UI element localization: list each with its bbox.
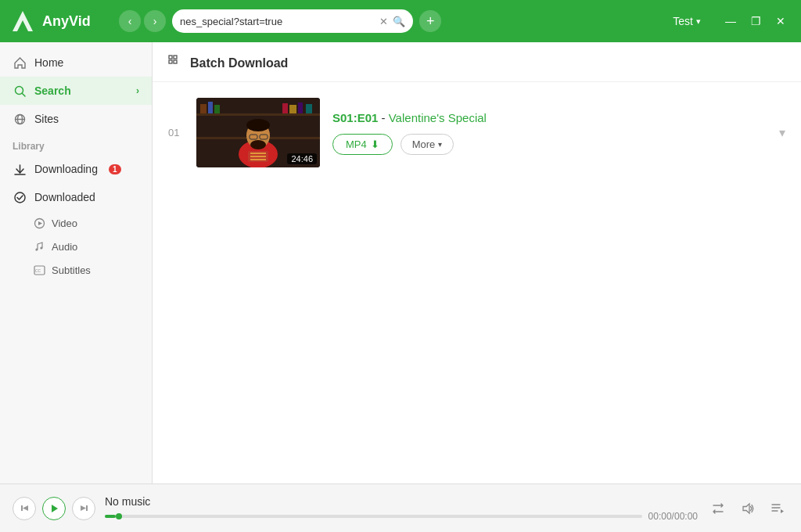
maximize-button[interactable]: ❐ [745, 10, 767, 32]
address-clear-icon[interactable]: ✕ [379, 16, 388, 27]
svg-marker-39 [23, 505, 28, 511]
svg-marker-44 [743, 504, 749, 513]
sidebar-item-video[interactable]: Video [0, 211, 152, 235]
title-separator: - [378, 111, 388, 124]
address-search-icon[interactable]: 🔍 [393, 16, 405, 27]
progress-bar[interactable] [105, 515, 642, 518]
sidebar-sites-label: Sites [34, 113, 59, 125]
player-controls [13, 497, 95, 520]
window-controls: — ❐ ✕ [720, 10, 792, 32]
app-name: AnyVid [42, 13, 91, 30]
sidebar-item-downloading[interactable]: Downloading 1 [0, 155, 152, 183]
svg-rect-24 [214, 105, 220, 113]
search-icon [13, 84, 27, 98]
more-button[interactable]: More ▾ [400, 134, 454, 155]
svg-text:CC: CC [35, 268, 41, 273]
svg-rect-37 [250, 156, 266, 157]
sidebar-home-label: Home [34, 56, 63, 69]
sidebar-item-sites[interactable]: Sites [0, 105, 152, 133]
player-bar: No music 00:00/00:00 [0, 483, 801, 532]
user-menu[interactable]: Test ▾ [666, 12, 707, 31]
content-header: Batch Download [153, 42, 801, 82]
prev-button[interactable] [13, 497, 36, 520]
svg-rect-27 [298, 102, 303, 113]
svg-rect-36 [250, 153, 266, 154]
batch-download-icon [168, 55, 182, 72]
sidebar: Home Search › Sites Library [0, 42, 153, 483]
sidebar-item-search[interactable]: Search › [0, 77, 152, 105]
svg-marker-41 [52, 505, 58, 512]
title-name: Valentine's Special [389, 111, 487, 124]
svg-rect-17 [174, 60, 177, 63]
svg-point-31 [246, 119, 270, 131]
svg-line-3 [22, 93, 25, 96]
app-logo: AnyVid [9, 8, 119, 34]
sidebar-item-subtitles[interactable]: CC Subtitles [0, 258, 152, 282]
sidebar-subtitles-label: Subtitles [52, 264, 91, 276]
progress-dot [116, 513, 122, 519]
sidebar-search-label: Search [34, 84, 71, 97]
svg-rect-38 [250, 159, 266, 160]
mp4-download-button[interactable]: MP4 ⬇ [332, 134, 393, 155]
item-actions: MP4 ⬇ More ▾ [332, 134, 767, 155]
address-bar[interactable]: nes_special?start=true ✕ 🔍 [172, 9, 413, 33]
collapse-icon[interactable]: ▾ [779, 125, 785, 140]
sidebar-item-home[interactable]: Home [0, 49, 152, 77]
next-button[interactable] [72, 497, 95, 520]
downloading-icon [13, 162, 27, 176]
item-title: S01:E01 - Valentine's Special [332, 111, 767, 124]
thumbnail: 24:46 [196, 98, 320, 167]
svg-marker-42 [81, 505, 86, 511]
svg-rect-28 [306, 104, 312, 113]
content-list: 01 [153, 82, 801, 483]
library-section-label: Library [0, 133, 152, 155]
svg-marker-48 [781, 509, 784, 513]
svg-rect-14 [169, 56, 172, 59]
svg-rect-40 [21, 505, 23, 511]
table-row: 01 [153, 90, 801, 175]
player-info: No music 00:00/00:00 [105, 495, 698, 522]
main-layout: Home Search › Sites Library [0, 42, 801, 483]
close-button[interactable]: ✕ [770, 10, 792, 32]
home-icon [13, 56, 27, 70]
downloaded-icon [13, 190, 27, 204]
logo-icon [9, 8, 36, 34]
user-label: Test [673, 15, 693, 27]
more-label: More [412, 138, 436, 150]
duration-badge: 24:46 [287, 153, 317, 164]
back-button[interactable]: ‹ [119, 10, 141, 32]
playlist-button[interactable] [767, 498, 788, 519]
more-chevron-icon: ▾ [438, 140, 442, 149]
search-arrow-icon: › [136, 85, 139, 96]
play-button[interactable] [42, 497, 66, 520]
sites-icon [13, 112, 27, 126]
volume-button[interactable] [737, 498, 759, 519]
address-text: nes_special?start=true [180, 16, 375, 27]
player-track-title: No music [105, 495, 698, 508]
svg-rect-25 [282, 103, 288, 113]
download-icon: ⬇ [371, 138, 379, 150]
subtitles-icon: CC [33, 264, 45, 276]
forward-button[interactable]: › [144, 10, 166, 32]
svg-rect-26 [289, 105, 296, 113]
svg-rect-43 [86, 505, 88, 511]
svg-rect-22 [200, 104, 207, 113]
titlebar: AnyVid ‹ › nes_special?start=true ✕ 🔍 + … [0, 0, 801, 42]
item-number: 01 [168, 127, 184, 138]
add-tab-button[interactable]: + [419, 10, 441, 32]
repeat-button[interactable] [707, 498, 729, 519]
sidebar-item-downloaded[interactable]: Downloaded [0, 183, 152, 211]
svg-marker-11 [38, 221, 42, 225]
svg-rect-20 [196, 113, 320, 116]
svg-point-9 [15, 192, 25, 203]
video-icon [33, 217, 45, 229]
sidebar-downloaded-label: Downloaded [34, 191, 95, 203]
svg-rect-16 [169, 60, 172, 63]
player-extra-controls [707, 498, 788, 519]
time-display: 00:00/00:00 [648, 511, 698, 522]
episode-label: S01:E01 [332, 111, 378, 124]
sidebar-item-audio[interactable]: Audio [0, 235, 152, 258]
item-info: S01:E01 - Valentine's Special MP4 ⬇ More… [332, 111, 767, 155]
minimize-button[interactable]: — [720, 10, 742, 32]
mp4-label: MP4 [346, 138, 367, 150]
